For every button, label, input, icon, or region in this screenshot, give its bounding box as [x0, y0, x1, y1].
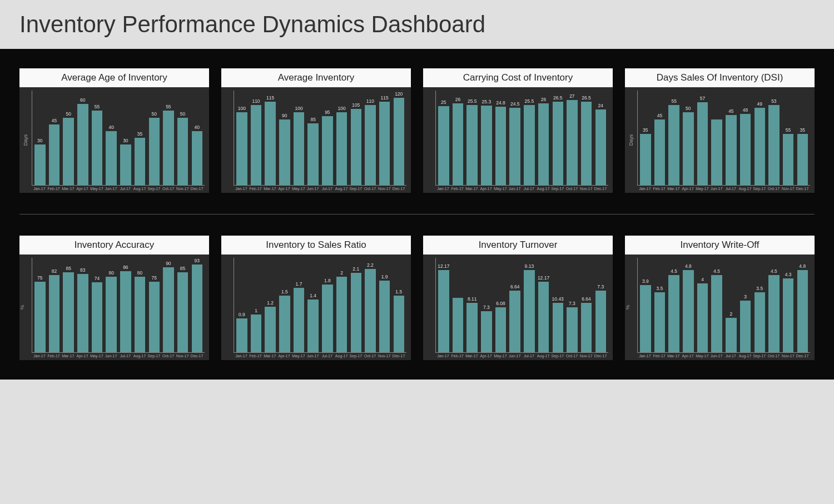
- x-tick: May-17: [696, 187, 709, 191]
- bar-wrap: 25.3: [480, 91, 493, 185]
- bar-wrap: 40: [105, 91, 118, 185]
- bar-value-label: 105: [352, 102, 360, 108]
- bar-value-label: 49: [757, 101, 762, 107]
- bar-wrap: 30: [33, 91, 47, 185]
- bar-value-label: 3.5: [756, 286, 763, 291]
- bar-wrap: 2: [724, 258, 738, 352]
- bar: [106, 277, 116, 352]
- bar-value-label: 74: [95, 276, 100, 281]
- x-tick: Feb-17: [653, 187, 666, 191]
- bar: [581, 303, 592, 352]
- bar: [683, 270, 693, 352]
- chart-card: Average Age of InventoryDays304550605540…: [19, 68, 209, 193]
- bar: [120, 271, 131, 352]
- x-axis-ticks: Jan-17Feb-17Mar-17Apr-17May-17Jun-17Jul-…: [234, 353, 406, 358]
- x-tick: Nov-17: [378, 354, 391, 358]
- x-tick: Oct-17: [162, 354, 175, 358]
- x-tick: Aug-17: [335, 187, 348, 191]
- x-tick: Apr-17: [681, 187, 694, 191]
- bar-wrap: 49: [753, 91, 766, 185]
- chart-title: Inventory Write-Off: [625, 236, 815, 255]
- x-tick: Apr-17: [479, 187, 493, 191]
- x-tick: Oct-17: [767, 187, 781, 191]
- x-tick: Sep-17: [551, 354, 564, 358]
- bar-value-label: 100: [295, 106, 302, 111]
- x-tick: Jul-17: [119, 354, 132, 358]
- x-axis-ticks: Jan-17Feb-17Mar-17Apr-17May-17Jun-17Jul-…: [637, 186, 810, 191]
- bar-wrap: 2.1: [349, 258, 363, 352]
- chart-card: Average InventoryThousands of USD1001101…: [221, 68, 411, 193]
- bar: [726, 318, 736, 352]
- x-tick: Jun-17: [508, 354, 522, 358]
- bar: [438, 106, 449, 185]
- bar-value-label: 25.5: [525, 98, 534, 104]
- x-tick: Jul-17: [724, 354, 738, 358]
- bar-value-label: 115: [266, 95, 274, 101]
- bar: [768, 105, 779, 185]
- bar-value-label: 4.3: [785, 272, 792, 277]
- x-tick: May-17: [292, 187, 305, 191]
- x-tick: Jan-17: [638, 354, 652, 358]
- bar-value-label: 1.9: [381, 274, 388, 280]
- x-tick: Nov-17: [580, 354, 593, 358]
- bar: [265, 102, 275, 185]
- bar-value-label: 45: [52, 118, 57, 123]
- bar-wrap: 35: [796, 91, 809, 185]
- bar: [307, 300, 318, 352]
- x-tick: Jul-17: [321, 354, 334, 358]
- chart-card: Inventory Turnover12.178.117.36.086.649.…: [423, 236, 613, 360]
- chart-card: Carrying Cost of InventoryThousands of U…: [423, 68, 613, 193]
- bar-value-label: 80: [137, 270, 142, 276]
- bar-value-label: 110: [252, 98, 260, 104]
- x-tick: Dec-17: [392, 187, 405, 191]
- bar: [726, 115, 736, 185]
- bar: [177, 272, 188, 353]
- x-tick: Jan-17: [33, 354, 46, 358]
- x-tick: Apr-17: [277, 354, 291, 358]
- x-tick: Sep-17: [753, 187, 766, 191]
- bar-wrap: 1.8: [321, 258, 334, 352]
- bar: [236, 112, 247, 185]
- x-tick: Jun-17: [306, 354, 320, 358]
- bar: [740, 301, 751, 352]
- page-title: Inventory Performance Dynamics Dashboard: [19, 11, 817, 38]
- bar-wrap: 100: [235, 91, 249, 185]
- bar-value-label: 57: [700, 96, 705, 101]
- bar-wrap: 40: [190, 91, 203, 185]
- x-tick: Dec-17: [392, 354, 405, 358]
- bar: [294, 112, 304, 185]
- bar: [265, 307, 275, 352]
- bar: [106, 131, 116, 185]
- bar-value-label: 1.4: [310, 293, 316, 298]
- bar-value-label: 7.3: [569, 301, 575, 306]
- bar: [640, 285, 651, 352]
- bar-wrap: 35: [133, 91, 147, 185]
- x-tick: Jun-17: [105, 354, 118, 358]
- x-tick: Feb-17: [249, 187, 262, 191]
- x-axis-ticks: Jan-17Feb-17Mar-17Apr-17May-17Jun-17Jul-…: [32, 353, 205, 358]
- bar: [236, 318, 247, 352]
- x-tick: Dec-17: [594, 187, 607, 191]
- bar-value-label: 85: [180, 266, 185, 271]
- bar-value-label: 0.9: [239, 312, 245, 317]
- bar-wrap: 1: [250, 258, 263, 352]
- bar-wrap: 4: [696, 258, 709, 352]
- bar: [49, 275, 59, 352]
- bar-value-label: 25: [441, 99, 446, 105]
- x-tick: Jun-17: [710, 354, 723, 358]
- bar-wrap: 10.43: [551, 258, 564, 352]
- bar-value-label: 85: [66, 266, 71, 271]
- bar-value-label: 2.2: [367, 262, 374, 268]
- bar-value-label: 75: [37, 275, 42, 281]
- bar-wrap: 86: [119, 258, 132, 352]
- bar: [379, 102, 390, 185]
- bar: [336, 277, 347, 352]
- bar: [49, 124, 59, 185]
- bar-wrap: 100: [335, 91, 349, 185]
- bar-wrap: 3: [739, 258, 752, 352]
- bar-wrap: 12.17: [437, 258, 450, 352]
- x-tick: Feb-17: [47, 187, 61, 191]
- bar: [495, 107, 506, 185]
- bar-value-label: 4.5: [671, 268, 677, 274]
- bar-value-label: 55: [671, 98, 676, 104]
